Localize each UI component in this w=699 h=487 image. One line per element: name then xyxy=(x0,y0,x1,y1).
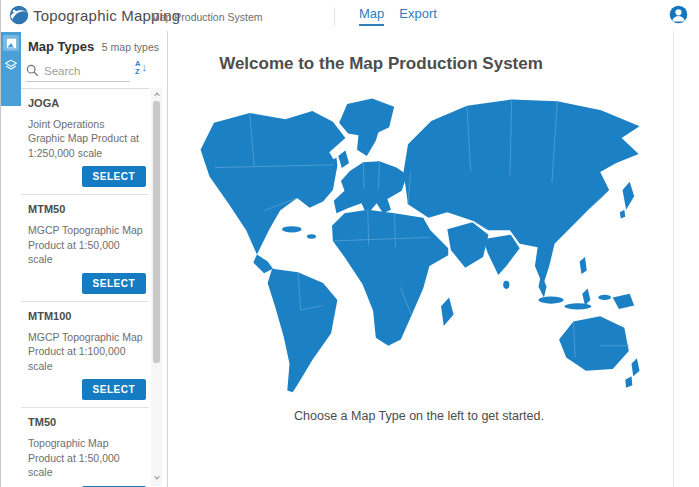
account-icon[interactable] xyxy=(669,5,688,24)
chevron-up-icon[interactable] xyxy=(151,88,162,99)
map-panel-icon[interactable] xyxy=(3,35,19,51)
map-type-actions: SELECT xyxy=(28,273,149,294)
side-toolbar xyxy=(1,32,21,106)
map-type-count: 5 map types xyxy=(102,41,159,53)
search-box xyxy=(26,60,130,82)
app-header: Topographic Mapping Map Production Syste… xyxy=(1,0,699,31)
instruction-text: Choose a Map Type on the left to get sta… xyxy=(169,409,669,423)
map-type-item: JOGA Joint Operations Graphic Map Produc… xyxy=(21,89,149,195)
map-type-actions: SELECT xyxy=(28,379,149,400)
map-type-description: Joint Operations Graphic Map Product at … xyxy=(28,117,144,160)
tab-map[interactable]: Map xyxy=(359,6,384,26)
map-type-description: MGCP Topographic Map Product at 1:50,000… xyxy=(28,223,144,266)
map-type-description: MGCP Topographic Map Product at 1:100,00… xyxy=(28,330,144,373)
header-tabs: Map Export xyxy=(359,6,437,26)
layers-icon[interactable] xyxy=(3,57,19,73)
world-map-image xyxy=(197,95,644,395)
search-input[interactable] xyxy=(44,65,122,77)
map-type-actions: SELECT xyxy=(28,166,149,187)
map-type-name: MTM50 xyxy=(28,203,149,215)
main-content: Welcome to the Map Production System xyxy=(169,31,674,487)
panel-title: Map Types xyxy=(28,39,94,54)
select-button[interactable]: SELECT xyxy=(82,166,146,187)
arrow-down-icon: ↓ xyxy=(141,62,147,73)
map-types-panel: Map Types 5 map types A Z ↓ JOGA Joint O… xyxy=(1,31,168,487)
map-type-item: MTM50 MGCP Topographic Map Product at 1:… xyxy=(21,195,149,301)
map-type-description: Topographic Map Product at 1:50,000 scal… xyxy=(28,436,144,479)
sort-az-letters: A Z xyxy=(135,60,140,76)
scrollbar-thumb[interactable] xyxy=(153,101,160,363)
sidebar-scrollbar[interactable] xyxy=(151,88,162,486)
tab-export[interactable]: Export xyxy=(399,6,437,26)
header-divider xyxy=(334,7,335,26)
app-subtitle: Map Production System xyxy=(151,11,262,23)
map-type-name: TM50 xyxy=(28,416,149,428)
map-type-item: MTM100 MGCP Topographic Map Product at 1… xyxy=(21,302,149,408)
chevron-down-icon[interactable] xyxy=(151,472,162,483)
map-type-list: JOGA Joint Operations Graphic Map Produc… xyxy=(21,88,149,487)
select-button[interactable]: SELECT xyxy=(82,273,146,294)
map-type-item: TM50 Topographic Map Product at 1:50,000… xyxy=(21,408,149,487)
sort-az-button[interactable]: A Z ↓ xyxy=(135,60,147,76)
select-button[interactable]: SELECT xyxy=(82,379,146,400)
globe-logo-icon xyxy=(9,5,29,25)
map-type-name: MTM100 xyxy=(28,310,149,322)
map-type-name: JOGA xyxy=(28,97,149,109)
search-icon xyxy=(26,64,39,77)
welcome-title: Welcome to the Map Production System xyxy=(169,54,593,74)
